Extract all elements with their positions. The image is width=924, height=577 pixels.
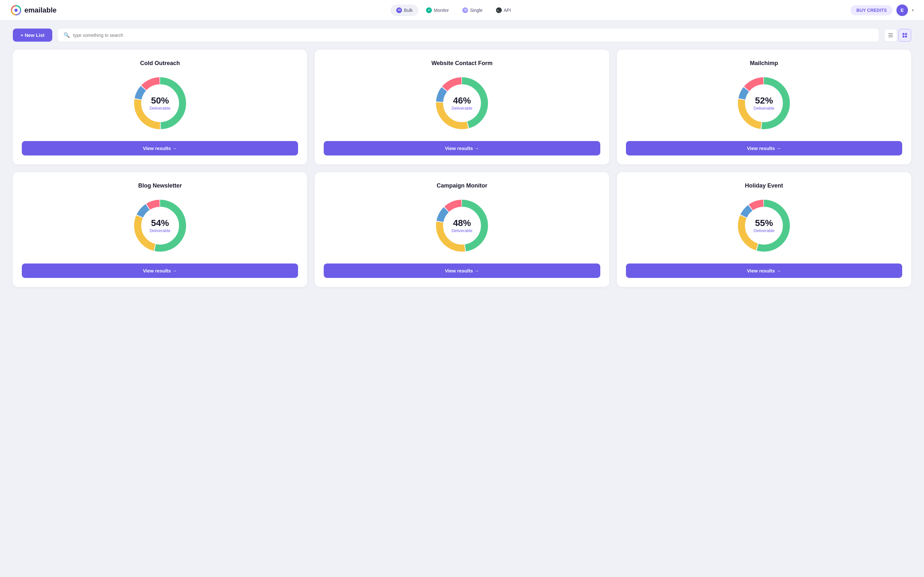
donut-label: Deliverable [754,106,774,111]
card-title: Website Contact Form [431,60,493,67]
svg-rect-7 [903,35,905,37]
logo-area: emailable [10,5,57,16]
svg-rect-6 [905,33,907,35]
toolbar: + New List 🔍 [0,21,924,47]
new-list-button[interactable]: + New List [13,29,52,42]
card-title: Mailchimp [750,60,778,67]
donut-center: 46% Deliverable [451,96,472,111]
donut-container: 50% Deliverable [131,74,189,132]
view-results-button[interactable]: View results → [22,141,298,155]
search-input[interactable] [73,33,873,38]
donut-center: 54% Deliverable [150,218,170,233]
donut-container: 55% Deliverable [735,197,793,255]
donut-container: 52% Deliverable [735,74,793,132]
card-title: Campaign Monitor [437,182,487,189]
svg-rect-3 [888,35,893,35]
donut-pct: 55% [754,218,774,228]
view-toggle [884,29,911,42]
svg-rect-4 [888,37,893,37]
grid-view-button[interactable] [898,29,911,42]
card-title: Holiday Event [745,182,783,189]
header: emailable ✉ Bulk ✔ Monitor ✉ Single >_ A… [0,0,924,21]
nav-items: ✉ Bulk ✔ Monitor ✉ Single >_ API [391,5,516,16]
api-icon: >_ [496,7,502,13]
search-bar: 🔍 [57,28,879,42]
donut-center: 55% Deliverable [754,218,774,233]
donut-container: 46% Deliverable [433,74,491,132]
emailable-logo-icon [10,5,22,16]
view-results-button[interactable]: View results → [22,263,298,278]
monitor-icon: ✔ [426,7,432,13]
cards-grid: Cold Outreach 50% Deliverable View resul… [0,47,924,295]
view-results-button[interactable]: View results → [626,263,902,278]
grid-view-icon [902,32,908,38]
card-mailchimp: Mailchimp 52% Deliverable View results → [617,50,911,164]
card-title: Blog Newsletter [138,182,182,189]
donut-center: 48% Deliverable [451,218,472,233]
view-results-button[interactable]: View results → [324,141,600,155]
donut-label: Deliverable [150,106,170,111]
user-avatar[interactable]: E [897,5,908,16]
list-view-button[interactable] [884,29,897,42]
nav-bulk[interactable]: ✉ Bulk [391,5,418,16]
single-icon: ✉ [462,7,468,13]
svg-rect-8 [905,35,907,37]
buy-credits-button[interactable]: BUY CREDITS [851,5,893,15]
donut-pct: 54% [150,218,170,228]
card-website-contact-form: Website Contact Form 46% Deliverable Vie… [315,50,609,164]
logo-text: emailable [24,6,57,15]
donut-pct: 52% [754,96,774,106]
donut-label: Deliverable [451,106,472,111]
header-right: BUY CREDITS E ▾ [851,5,914,16]
card-blog-newsletter: Blog Newsletter 54% Deliverable View res… [13,172,307,287]
donut-pct: 50% [150,96,170,106]
donut-label: Deliverable [451,228,472,233]
nav-single-label: Single [470,8,483,13]
nav-bulk-label: Bulk [404,8,413,13]
svg-rect-5 [903,33,905,35]
nav-api-label: API [504,8,511,13]
nav-monitor-label: Monitor [434,8,449,13]
donut-pct: 48% [451,218,472,228]
donut-center: 50% Deliverable [150,96,170,111]
svg-rect-2 [888,33,893,34]
list-view-icon [888,32,893,38]
search-icon: 🔍 [63,32,70,38]
donut-container: 54% Deliverable [131,197,189,255]
card-title: Cold Outreach [140,60,180,67]
donut-label: Deliverable [150,228,170,233]
nav-api[interactable]: >_ API [491,5,517,16]
card-campaign-monitor: Campaign Monitor 48% Deliverable View re… [315,172,609,287]
donut-pct: 46% [451,96,472,106]
card-holiday-event: Holiday Event 55% Deliverable View resul… [617,172,911,287]
nav-monitor[interactable]: ✔ Monitor [421,5,454,16]
nav-single[interactable]: ✉ Single [457,5,488,16]
view-results-button[interactable]: View results → [626,141,902,155]
view-results-button[interactable]: View results → [324,263,600,278]
user-menu-chevron[interactable]: ▾ [912,8,914,13]
card-cold-outreach: Cold Outreach 50% Deliverable View resul… [13,50,307,164]
donut-center: 52% Deliverable [754,96,774,111]
svg-point-1 [15,9,18,12]
donut-label: Deliverable [754,228,774,233]
donut-container: 48% Deliverable [433,197,491,255]
bulk-icon: ✉ [396,7,402,13]
